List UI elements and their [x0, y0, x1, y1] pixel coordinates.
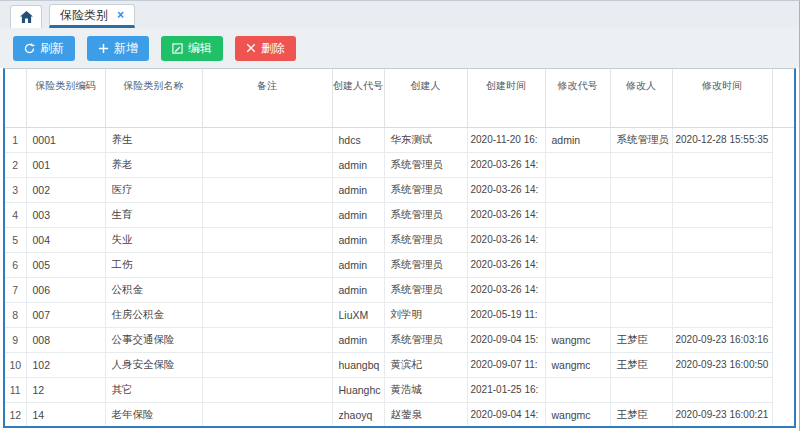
cell-note: [202, 202, 332, 227]
cell-note: [202, 327, 332, 352]
cell-modifier-code: [545, 202, 610, 227]
cell-modifier: [610, 302, 672, 327]
cell-modified: [672, 277, 772, 302]
cell-creator-code: admin: [332, 252, 384, 277]
cell-modified: 2020-09-23 16:00:21: [672, 402, 772, 427]
header-modifier-code: 修改代号: [545, 69, 610, 127]
add-button[interactable]: 新增: [87, 36, 149, 61]
refresh-icon: [24, 43, 35, 54]
cell-created: 2020-03-26 14:: [467, 152, 545, 177]
table-row[interactable]: 9008公事交通保险admin系统管理员2020-09-04 15:wangmc…: [5, 327, 794, 352]
cell-created: 2020-09-04 14:: [467, 402, 545, 427]
cell-modifier-code: [545, 277, 610, 302]
cell-note: [202, 127, 332, 152]
cell-creator-code: LiuXM: [332, 302, 384, 327]
cell-modifier: [610, 177, 672, 202]
filler-cell: [772, 402, 794, 427]
cell-creator-code: zhaoyq: [332, 402, 384, 427]
cell-code: 12: [26, 377, 105, 402]
cell-modifier: 王梦臣: [610, 327, 672, 352]
cell-creator-code: huangbq: [332, 352, 384, 377]
tab-close-icon[interactable]: ×: [117, 9, 124, 21]
cell-num: 3: [5, 177, 26, 202]
cell-note: [202, 227, 332, 252]
table-row[interactable]: 3002医疗admin系统管理员2020-03-26 14:: [5, 177, 794, 202]
edit-label: 编辑: [188, 42, 212, 54]
cell-modifier: [610, 252, 672, 277]
table-row[interactable]: 1214老年保险zhaoyq赵蓥泉2020-09-04 14:wangmc王梦臣…: [5, 402, 794, 427]
edit-icon: [172, 43, 183, 54]
cell-code: 004: [26, 227, 105, 252]
cell-creator-code: Huanghc: [332, 377, 384, 402]
cell-code: 008: [26, 327, 105, 352]
cell-num: 9: [5, 327, 26, 352]
cell-name: 医疗: [105, 177, 202, 202]
cell-modifier-code: wangmc: [545, 352, 610, 377]
table-row[interactable]: 4003生育admin系统管理员2020-03-26 14:: [5, 202, 794, 227]
delete-button[interactable]: 删除: [235, 36, 296, 61]
table-row[interactable]: 5004失业admin系统管理员2020-03-26 14:: [5, 227, 794, 252]
cell-created: 2020-09-04 15:: [467, 327, 545, 352]
cell-modifier-code: [545, 152, 610, 177]
cell-num: 5: [5, 227, 26, 252]
cell-num: 12: [5, 402, 26, 427]
cell-modified: 2020-09-23 16:03:16: [672, 327, 772, 352]
home-icon: [20, 11, 33, 23]
header-modifier: 修改人: [610, 69, 672, 127]
cell-modifier: 系统管理员: [610, 127, 672, 152]
cell-num: 2: [5, 152, 26, 177]
cell-creator: 系统管理员: [384, 327, 467, 352]
cell-creator: 系统管理员: [384, 277, 467, 302]
table-row[interactable]: 10001养生hdcs华东测试2020-11-20 16:admin系统管理员2…: [5, 127, 794, 152]
home-tab[interactable]: [10, 5, 42, 28]
filler-cell: [772, 377, 794, 402]
cell-name: 养老: [105, 152, 202, 177]
cell-creator-code: admin: [332, 202, 384, 227]
cell-num: 4: [5, 202, 26, 227]
cell-code: 006: [26, 277, 105, 302]
refresh-button[interactable]: 刷新: [13, 36, 75, 61]
cell-note: [202, 277, 332, 302]
cell-name: 失业: [105, 227, 202, 252]
cell-code: 005: [26, 252, 105, 277]
cell-modifier: [610, 277, 672, 302]
cell-modified: 2020-09-23 16:00:50: [672, 352, 772, 377]
table-row[interactable]: 10102人身安全保险huangbq黄滨杞2020-09-07 11:wangm…: [5, 352, 794, 377]
cell-modified: [672, 377, 772, 402]
filler-cell: [772, 327, 794, 352]
cell-num: 6: [5, 252, 26, 277]
cell-modified: [672, 177, 772, 202]
cell-created: 2020-03-26 14:: [467, 227, 545, 252]
cell-modifier-code: [545, 377, 610, 402]
table-row[interactable]: 8007住房公积金LiuXM刘学明2020-05-19 11:: [5, 302, 794, 327]
cell-created: 2020-03-26 14:: [467, 202, 545, 227]
cell-modifier-code: wangmc: [545, 402, 610, 427]
table-row[interactable]: 7006公积金admin系统管理员2020-03-26 14:: [5, 277, 794, 302]
cell-num: 8: [5, 302, 26, 327]
cell-modifier-code: [545, 177, 610, 202]
filler-cell: [772, 177, 794, 202]
cell-created: 2021-01-25 16:: [467, 377, 545, 402]
filler-cell: [772, 277, 794, 302]
cell-name: 公积金: [105, 277, 202, 302]
cell-modifier-code: wangmc: [545, 327, 610, 352]
cell-note: [202, 302, 332, 327]
table-row[interactable]: 1112其它Huanghc黄浩城2021-01-25 16:: [5, 377, 794, 402]
toolbar: 刷新 新增 编辑 删除: [0, 28, 799, 68]
refresh-label: 刷新: [40, 42, 64, 54]
header-name: 保险类别名称: [105, 69, 202, 127]
table-header-row: 保险类别编码 保险类别名称 备注 创建人代号 创建人 创建时间 修改代号 修改人…: [5, 69, 794, 127]
edit-button[interactable]: 编辑: [161, 36, 223, 61]
table-row[interactable]: 6005工伤admin系统管理员2020-03-26 14:: [5, 252, 794, 277]
tab-insurance-category[interactable]: 保险类别 ×: [49, 4, 135, 28]
cell-creator: 系统管理员: [384, 252, 467, 277]
cell-note: [202, 152, 332, 177]
cell-creator-code: admin: [332, 327, 384, 352]
table-row[interactable]: 2001养老admin系统管理员2020-03-26 14:: [5, 152, 794, 177]
header-note: 备注: [202, 69, 332, 127]
cell-code: 003: [26, 202, 105, 227]
header-creator: 创建人: [384, 69, 467, 127]
cell-created: 2020-05-19 11:: [467, 302, 545, 327]
cell-note: [202, 402, 332, 427]
cell-created: 2020-11-20 16:: [467, 127, 545, 152]
